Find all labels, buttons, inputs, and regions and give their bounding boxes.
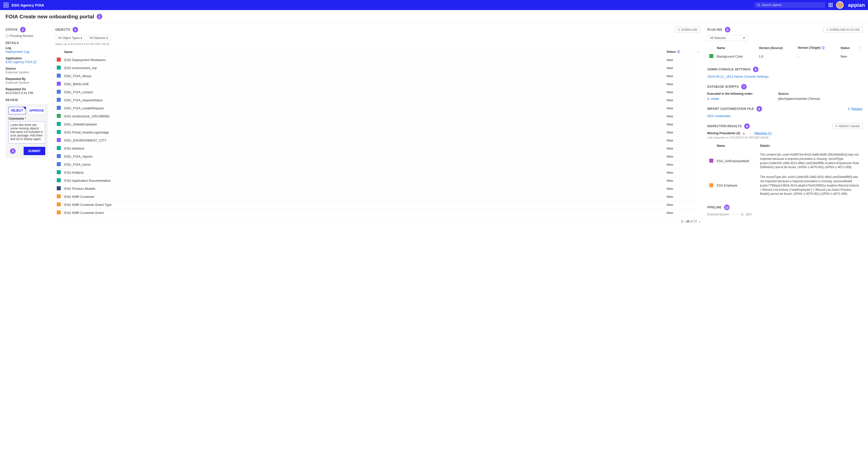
avatar[interactable] bbox=[836, 1, 844, 9]
object-name: ESG_FOIA_contact bbox=[63, 88, 665, 96]
app-title: ESG Agency FOIA bbox=[11, 3, 755, 7]
svg-point-4 bbox=[757, 4, 759, 6]
col-plugin-name[interactable]: Name bbox=[715, 44, 757, 52]
table-row[interactable]: ESG KMR Customer EventNew bbox=[55, 209, 700, 217]
table-row[interactable]: Background Color1.0-New bbox=[708, 52, 862, 61]
pipeline-flow: External System ◷ DEV bbox=[707, 213, 863, 216]
clock-icon bbox=[5, 34, 9, 37]
details-section-label: DETAILS bbox=[5, 41, 48, 45]
replace-link[interactable]: Replace bbox=[847, 107, 863, 111]
search-input[interactable]: Search objects bbox=[755, 2, 825, 8]
table-row[interactable]: ESG KMR Customer Event TypeNew bbox=[55, 201, 700, 209]
table-row[interactable]: ESG ArtifactsNew bbox=[55, 169, 700, 177]
table-row[interactable]: ESG Process ModelsNew bbox=[55, 185, 700, 193]
object-type-icon bbox=[57, 130, 61, 134]
approve-button[interactable]: APPROVE bbox=[28, 107, 45, 114]
object-type-icon bbox=[57, 154, 61, 158]
inspect-again-button[interactable]: INSPECT AGAIN bbox=[832, 123, 863, 129]
plugins-section-label: PLUG-INS bbox=[707, 28, 722, 31]
annotation-7: 7 bbox=[741, 84, 747, 89]
help-icon[interactable]: ⓘ bbox=[821, 46, 824, 49]
table-row[interactable]: ESG_ENVIRONMENT_CITYNew bbox=[55, 137, 700, 145]
db-script-link[interactable]: create bbox=[711, 97, 719, 100]
comments-textarea[interactable] bbox=[8, 121, 45, 144]
table-row[interactable]: ESG Portal_headerLogoImageNew bbox=[55, 128, 700, 137]
table-row[interactable]: ESG_FOIA_contactNew bbox=[55, 88, 700, 96]
table-row[interactable]: ESG_DeleteEmployeeNew bbox=[55, 120, 700, 128]
table-row[interactable]: ESG_FOIA_homeNew bbox=[55, 161, 700, 169]
filter-object-types[interactable]: All Object Types ▾ bbox=[55, 35, 85, 41]
db-source-value: jdbc/AppianAnywhere (Tomcat) bbox=[778, 97, 820, 100]
object-type-icon bbox=[57, 162, 61, 166]
objects-table: Name Status ⓘ ↑ ESG Deployment Reviewers… bbox=[55, 48, 700, 217]
dev-credentials-link[interactable]: DEV credentials bbox=[707, 114, 731, 118]
object-type-icon bbox=[57, 138, 61, 142]
svg-rect-13 bbox=[830, 6, 831, 7]
inspection-section-label: INSPECTION RESULTS bbox=[707, 124, 742, 128]
table-row[interactable]: ESG_BIKELANENew bbox=[55, 80, 700, 88]
object-status: New bbox=[665, 169, 693, 177]
object-name: ESG_ENVIRONMENT_CITY bbox=[63, 137, 665, 145]
table-row[interactable]: ESG_FOIA_createRequestNew bbox=[55, 104, 700, 112]
col-status[interactable]: Status ⓘ bbox=[665, 48, 693, 56]
object-status: New bbox=[665, 112, 693, 120]
upload-icon bbox=[847, 107, 850, 110]
appian-logo: appian bbox=[848, 2, 865, 8]
application-link[interactable]: ESG Agency FOIA bbox=[5, 60, 36, 64]
sort-indicator[interactable]: ↑ bbox=[857, 44, 862, 52]
table-row[interactable]: ESG_FOIA_requestStatusNew bbox=[55, 96, 700, 104]
col-version-source[interactable]: Version (Source) bbox=[757, 44, 796, 52]
warnings-tab[interactable]: Warnings (2) bbox=[754, 132, 772, 135]
submit-button[interactable]: SUBMIT bbox=[24, 147, 45, 155]
svg-line-5 bbox=[759, 5, 760, 6]
table-row[interactable]: ESG KMR CustomerNew bbox=[55, 193, 700, 201]
object-type-icon bbox=[57, 178, 61, 182]
annotation-6: 6 bbox=[753, 67, 758, 72]
help-icon[interactable]: ⓘ bbox=[676, 50, 680, 53]
sort-indicator[interactable]: ↑ bbox=[693, 48, 700, 56]
svg-rect-14 bbox=[832, 6, 833, 7]
inspection-timestamp: Last inspected on 4/21/2023 6:41 PM GMT+… bbox=[707, 136, 863, 139]
filter-object-statuses[interactable]: All Statuses ▾ bbox=[87, 35, 111, 41]
apps-menu-icon[interactable] bbox=[829, 3, 833, 7]
col-version-target[interactable]: Version (Target) ⓘ bbox=[796, 44, 839, 52]
reject-button[interactable]: REJECT bbox=[8, 107, 26, 114]
object-name: ESG bikelane bbox=[63, 145, 665, 152]
object-type-icon bbox=[57, 58, 61, 62]
object-name: ESG KMR Customer Event bbox=[63, 209, 665, 217]
inspection-type-icon bbox=[709, 158, 713, 163]
annotation-2: 2 bbox=[20, 27, 26, 32]
search-placeholder: Search objects bbox=[762, 3, 782, 7]
object-status: New bbox=[665, 96, 693, 104]
object-name: ESG_BIKELANE bbox=[63, 80, 665, 88]
deployment-log-link[interactable]: Deployment Log bbox=[5, 50, 29, 54]
svg-rect-1 bbox=[6, 3, 8, 4]
pager-next[interactable]: › bbox=[699, 220, 700, 224]
table-row[interactable]: ESG Application DocumentationNew bbox=[55, 177, 700, 185]
table-row[interactable]: ESG shutterstock_1051398062New bbox=[55, 112, 700, 120]
table-row[interactable]: ESG Deployment ReviewersNew bbox=[55, 56, 700, 64]
table-row[interactable]: ESG_FOIA_reportsNew bbox=[55, 152, 700, 161]
download-objects-button[interactable]: DOWNLOAD bbox=[675, 27, 700, 32]
col-name[interactable]: Name bbox=[63, 48, 665, 56]
db-source-label: Source bbox=[778, 92, 820, 95]
app-grid-icon[interactable] bbox=[3, 2, 9, 8]
annotation-1: 1 bbox=[97, 14, 102, 19]
download-plugins-button[interactable]: DOWNLOAD PLUG-INS bbox=[823, 27, 863, 32]
table-row[interactable]: ESG_FOIA_libraryNew bbox=[55, 72, 700, 80]
col-plugin-status[interactable]: Status bbox=[839, 44, 857, 52]
plugin-version-target: - bbox=[796, 52, 839, 61]
plugin-version-source: 1.0 bbox=[757, 52, 796, 61]
table-row[interactable]: ESG bikelaneNew bbox=[55, 145, 700, 152]
table-row[interactable]: ESG environment_cityNew bbox=[55, 64, 700, 72]
svg-rect-11 bbox=[832, 4, 833, 5]
svg-rect-10 bbox=[830, 4, 831, 5]
missing-precedents-tab[interactable]: Missing Precedents (2) bbox=[707, 132, 740, 135]
col-insp-details: Details bbox=[758, 142, 862, 149]
object-type-icon bbox=[57, 82, 61, 86]
table-row[interactable]: ESG_GetEmployeeByIdThe content [id= uuid… bbox=[708, 150, 862, 172]
admin-console-link[interactable]: 2023-04-21_1812 Admin Console Settings bbox=[707, 75, 769, 79]
source-label: Source bbox=[5, 67, 48, 70]
table-row[interactable]: ESG EmployeeThe recordType [id= uuid=11b… bbox=[708, 172, 862, 199]
filter-plugin-statuses[interactable]: All Statuses▾ bbox=[707, 35, 747, 41]
